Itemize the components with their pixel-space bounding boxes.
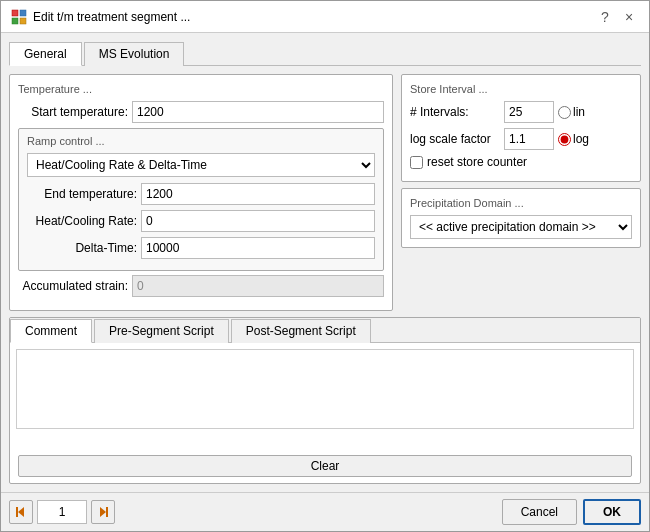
tab-comment[interactable]: Comment — [10, 319, 92, 343]
lin-radio-group: lin — [558, 105, 585, 119]
bottom-content — [10, 343, 640, 451]
help-button[interactable]: ? — [595, 7, 615, 27]
svg-rect-1 — [20, 10, 26, 16]
comment-textarea[interactable] — [16, 349, 634, 429]
top-tab-bar: General MS Evolution — [9, 41, 641, 66]
svg-rect-0 — [12, 10, 18, 16]
precip-domain-title: Precipitation Domain ... — [410, 197, 632, 209]
accumulated-strain-input[interactable] — [132, 275, 384, 297]
ramp-dropdown-row: Heat/Cooling Rate & Delta-Time — [27, 153, 375, 177]
right-panel: Store Interval ... # Intervals: lin log … — [401, 74, 641, 311]
next-arrow-icon — [96, 505, 110, 519]
left-panel: Temperature ... Start temperature: Ramp … — [9, 74, 393, 311]
log-scale-row: log scale factor log — [410, 128, 632, 150]
store-interval-title: Store Interval ... — [410, 83, 632, 95]
footer-right: Cancel OK — [502, 499, 641, 525]
delta-time-label: Delta-Time: — [27, 241, 137, 255]
heat-cooling-rate-label: Heat/Cooling Rate: — [27, 214, 137, 228]
start-temperature-row: Start temperature: — [18, 101, 384, 123]
svg-rect-2 — [12, 18, 18, 24]
end-temperature-row: End temperature: — [27, 183, 375, 205]
page-input[interactable] — [37, 500, 87, 524]
end-temperature-label: End temperature: — [27, 187, 137, 201]
reset-store-counter-label: reset store counter — [427, 155, 527, 169]
log-label: log — [573, 132, 589, 146]
intervals-label: # Intervals: — [410, 105, 500, 119]
accumulated-strain-row: Accumulated strain: — [18, 275, 384, 297]
heat-cooling-rate-input[interactable] — [141, 210, 375, 232]
start-temperature-input[interactable] — [132, 101, 384, 123]
svg-rect-7 — [106, 507, 108, 517]
precip-domain-dropdown[interactable]: << active precipitation domain >> — [410, 215, 632, 239]
temperature-title: Temperature ... — [18, 83, 384, 95]
svg-rect-3 — [20, 18, 26, 24]
start-temperature-label: Start temperature: — [18, 105, 128, 119]
tab-post-segment-script[interactable]: Post-Segment Script — [231, 319, 371, 343]
tab-pre-segment-script[interactable]: Pre-Segment Script — [94, 319, 229, 343]
accumulated-strain-label: Accumulated strain: — [18, 279, 128, 293]
footer-left — [9, 500, 115, 524]
log-radio-group: log — [558, 132, 589, 146]
footer: Cancel OK — [1, 492, 649, 531]
close-button[interactable]: × — [619, 7, 639, 27]
store-interval-box: Store Interval ... # Intervals: lin log … — [401, 74, 641, 182]
svg-rect-5 — [16, 507, 18, 517]
svg-marker-6 — [100, 507, 106, 517]
bottom-tab-bar: Comment Pre-Segment Script Post-Segment … — [10, 318, 640, 343]
dialog: Edit t/m treatment segment ... ? × Gener… — [0, 0, 650, 532]
bottom-section: Comment Pre-Segment Script Post-Segment … — [9, 317, 641, 484]
end-temperature-input[interactable] — [141, 183, 375, 205]
tab-ms-evolution[interactable]: MS Evolution — [84, 42, 185, 66]
reset-store-counter-checkbox[interactable] — [410, 156, 423, 169]
log-scale-label: log scale factor — [410, 132, 500, 146]
ok-button[interactable]: OK — [583, 499, 641, 525]
ramp-title: Ramp control ... — [27, 135, 375, 147]
lin-label: lin — [573, 105, 585, 119]
dialog-body: General MS Evolution Temperature ... Sta… — [1, 33, 649, 492]
lin-radio[interactable] — [558, 106, 571, 119]
ramp-section: Ramp control ... Heat/Cooling Rate & Del… — [18, 128, 384, 271]
title-bar: Edit t/m treatment segment ... ? × — [1, 1, 649, 33]
prev-arrow-button[interactable] — [9, 500, 33, 524]
log-radio-label[interactable]: log — [558, 132, 589, 146]
clear-button[interactable]: Clear — [18, 455, 632, 477]
log-scale-input[interactable] — [504, 128, 554, 150]
heat-cooling-rate-row: Heat/Cooling Rate: — [27, 210, 375, 232]
delta-time-input[interactable] — [141, 237, 375, 259]
intervals-row: # Intervals: lin — [410, 101, 632, 123]
lin-radio-label[interactable]: lin — [558, 105, 585, 119]
tab-general[interactable]: General — [9, 42, 82, 66]
log-radio[interactable] — [558, 133, 571, 146]
svg-marker-4 — [18, 507, 24, 517]
precip-domain-box: Precipitation Domain ... << active preci… — [401, 188, 641, 248]
reset-store-counter-row: reset store counter — [410, 155, 632, 169]
title-bar-controls: ? × — [595, 7, 639, 27]
main-content: Temperature ... Start temperature: Ramp … — [9, 74, 641, 311]
title-bar-left: Edit t/m treatment segment ... — [11, 9, 190, 25]
prev-arrow-icon — [14, 505, 28, 519]
app-icon — [11, 9, 27, 25]
intervals-input[interactable] — [504, 101, 554, 123]
delta-time-row: Delta-Time: — [27, 237, 375, 259]
dialog-title: Edit t/m treatment segment ... — [33, 10, 190, 24]
cancel-button[interactable]: Cancel — [502, 499, 577, 525]
ramp-dropdown[interactable]: Heat/Cooling Rate & Delta-Time — [27, 153, 375, 177]
next-arrow-button[interactable] — [91, 500, 115, 524]
